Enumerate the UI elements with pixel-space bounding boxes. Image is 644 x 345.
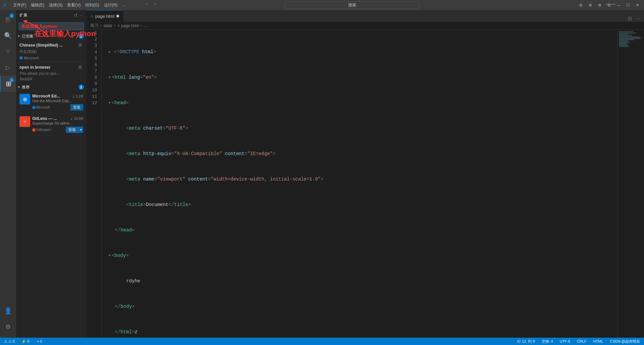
activity-bar: ⎘ 1 🔍 ⑂ ▷ ⊞ 1 👤 ⚙ <box>0 10 16 338</box>
status-errors-btn[interactable]: ⚠ ⚠ 0 <box>3 338 16 345</box>
chinese-ext-settings-btn[interactable]: ⚙ <box>77 42 83 48</box>
explorer-badge: 1 <box>9 13 14 18</box>
chinese-ext-subtitle: 中文(简体) <box>19 49 83 54</box>
nav-back-btn[interactable]: ← <box>144 1 150 7</box>
extension-search-input[interactable] <box>21 24 82 29</box>
layout-split-btn[interactable]: ⧉ <box>586 1 594 9</box>
open-browser-extension-item[interactable]: open in browser ⚙ This allows you to ope… <box>16 62 87 83</box>
global-search-box[interactable]: 搜索 <box>285 1 419 9</box>
menu-more[interactable]: ... <box>120 2 127 9</box>
menu-bar[interactable]: 文件(F) 编辑(E) 选择(S) 查看(V) 转到(G) 运行(R) ... <box>11 2 127 9</box>
installed-section-header[interactable]: ▼ 已安装 2 <box>16 32 87 40</box>
status-warnings-btn[interactable]: ⚡ 0 <box>20 338 31 345</box>
layout-toggle-btn[interactable]: ⧉ <box>577 1 585 9</box>
code-editor: 1 2 3 4 5 6 7 8 9 10 11 12 ▸ <!DOCTYPE h… <box>87 30 644 338</box>
menu-view[interactable]: 查看(V) <box>65 2 83 9</box>
activity-explorer[interactable]: ⎘ 1 <box>0 11 16 27</box>
status-indent: 空格: 4 <box>542 339 553 344</box>
line-num-1: 1 <box>92 30 97 36</box>
gitlens-extension-item[interactable]: ⑂ GitLens — ... ⤓ 29.9M Supercharge Git … <box>16 114 87 136</box>
nav-forward-btn[interactable]: → <box>152 1 158 7</box>
activity-source-control[interactable]: ⑂ <box>0 44 16 60</box>
sidebar-title: 扩展 <box>19 13 27 18</box>
collapse-icon-1[interactable]: ▸ <box>108 49 111 55</box>
status-language: HTML <box>593 339 603 343</box>
code-line-1: ▸ <!DOCTYPE html> <box>108 49 617 55</box>
status-language-btn[interactable]: HTML <box>592 338 605 345</box>
gitlens-install-btn[interactable]: 安装 <box>66 127 78 133</box>
open-browser-ext-settings-btn[interactable]: ⚙ <box>77 64 83 70</box>
tab-bar: ◇ page.html ⊡ ··· ▬▬▬ <box>87 10 644 22</box>
status-encoding-btn[interactable]: UTF-8 <box>558 338 572 345</box>
breadcrumb-root[interactable]: 练习 <box>91 23 99 28</box>
status-git-btn[interactable]: ⇢ 0 <box>35 338 43 345</box>
extension-search-box[interactable] <box>19 22 84 30</box>
chinese-extension-item[interactable]: Chinese (Simplified) ... ⚙ 中文(简体) Micros… <box>16 40 87 62</box>
minimize-btn[interactable]: — <box>614 1 623 9</box>
refresh-icon[interactable]: ↺ <box>74 13 77 18</box>
activity-settings[interactable]: ⚙ <box>0 319 16 335</box>
status-indent-btn[interactable]: 空格: 4 <box>540 338 554 345</box>
code-line-5: <meta http-equiv="X-UA-Compatible" conte… <box>108 151 617 157</box>
open-browser-ext-name: open in browser <box>19 65 75 70</box>
tab-bar-actions[interactable]: ⊡ ··· <box>627 15 644 22</box>
run-icon: ▷ <box>6 64 10 71</box>
ms-edge-extension-item[interactable]: ⊕ Microsoft Ed... ⤓ 3.1M Use the Microso… <box>16 91 87 114</box>
menu-select[interactable]: 选择(S) <box>47 2 64 9</box>
activity-accounts[interactable]: 👤 <box>0 303 16 319</box>
code-line-11: </body> <box>108 303 617 310</box>
sidebar-toolbar[interactable]: ↺ ··· <box>74 13 83 18</box>
more-actions-icon[interactable]: ··· <box>79 13 83 18</box>
minimap-line-2 <box>619 32 636 33</box>
open-browser-ext-desc: This allows you to ope... <box>19 71 83 75</box>
breadcrumb-filename[interactable]: page.html <box>121 23 139 28</box>
line-num-8: 8 <box>92 74 97 81</box>
close-btn[interactable]: ✕ <box>633 1 641 9</box>
status-position-btn[interactable]: 行 12, 列 9 <box>516 338 536 345</box>
breadcrumb-more[interactable]: ... <box>144 23 147 28</box>
layout-panel-btn[interactable]: ⧉ <box>596 1 604 9</box>
collapse-icon-2[interactable]: ▾ <box>108 74 111 81</box>
minimap-line-12 <box>619 46 629 47</box>
code-content[interactable]: ▸ <!DOCTYPE html> ▾ <html lang="en"> ▾ <… <box>102 30 617 338</box>
code-line-12: </html>z <box>108 329 617 335</box>
status-warnings: ⚡ 0 <box>21 339 29 344</box>
search-icon: 🔍 <box>4 32 12 40</box>
menu-edit[interactable]: 编辑(E) <box>29 2 46 9</box>
collapse-icon-3[interactable]: ▾ <box>108 100 111 106</box>
collapse-icon-9[interactable]: ▾ <box>108 253 111 259</box>
gitlens-install-dropdown-btn[interactable]: ▾ <box>78 127 83 133</box>
more-tab-actions-btn[interactable]: ··· <box>635 15 641 22</box>
activity-extensions[interactable]: ⊞ 1 <box>0 76 16 92</box>
title-search-area: 搜索 <box>137 1 568 9</box>
menu-file[interactable]: 文件(F) <box>11 2 28 9</box>
line-num-6: 6 <box>92 62 97 68</box>
sidebar-header: 扩展 ↺ ··· <box>16 10 87 20</box>
title-bar: ✗ 文件(F) 编辑(E) 选择(S) 查看(V) 转到(G) 运行(R) ..… <box>0 0 644 10</box>
minimap-line-3 <box>619 34 628 35</box>
menu-goto[interactable]: 转到(G) <box>83 2 101 9</box>
activity-search[interactable]: 🔍 <box>0 27 16 44</box>
recommended-chevron-icon: ▼ <box>17 85 20 89</box>
split-editor-btn[interactable]: ⊡ <box>627 15 633 22</box>
status-eol-btn[interactable]: CRLF <box>576 338 588 345</box>
page-html-tab[interactable]: ◇ page.html <box>87 10 123 22</box>
menu-run[interactable]: 运行(R) <box>102 2 120 9</box>
ms-edge-publisher: Microsoft <box>36 106 50 109</box>
installed-count-badge: 2 <box>78 33 84 39</box>
source-control-icon: ⑂ <box>6 48 10 56</box>
minimap-line-7 <box>619 39 634 40</box>
minimap-line-8 <box>619 41 628 42</box>
status-csdn-btn[interactable]: CSDN @赵布明东 <box>609 338 641 345</box>
maximize-btn[interactable]: ☐ <box>624 1 632 9</box>
breadcrumb-table[interactable]: table <box>104 23 112 28</box>
recommended-section-header[interactable]: ▼ 推荐 2 <box>16 83 87 91</box>
minimap-line-1 <box>619 31 633 32</box>
installed-chevron-icon: ▼ <box>17 34 20 38</box>
status-bar: ⚠ ⚠ 0 ⚡ 0 ⇢ 0 行 12, 列 9 空格: 4 UTF-8 CRLF… <box>0 338 644 345</box>
ms-edge-ext-name: Microsoft Ed... <box>32 94 60 98</box>
installed-section-label: 已安装 <box>22 34 34 39</box>
activity-run[interactable]: ▷ <box>0 60 16 76</box>
ms-edge-install-btn[interactable]: 安装 <box>70 104 83 111</box>
status-eol: CRLF <box>577 339 587 343</box>
